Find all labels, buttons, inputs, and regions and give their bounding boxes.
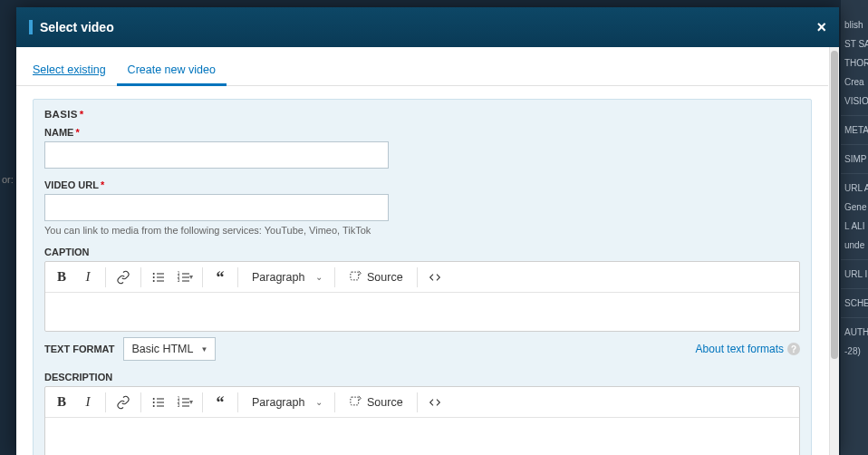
code-icon	[428, 270, 442, 285]
bulleted-list-button[interactable]	[146, 265, 171, 290]
bg-item: blish	[841, 18, 868, 32]
bg-item: SCHE	[841, 296, 868, 310]
bold-button[interactable]: B	[49, 390, 74, 415]
scrollbar-thumb[interactable]	[831, 51, 838, 359]
bg-item: ST SA	[841, 37, 868, 51]
chevron-down-icon: ▾	[189, 398, 193, 406]
bg-item: META	[841, 123, 868, 137]
code-icon	[428, 395, 442, 410]
bulleted-list-button[interactable]	[146, 390, 171, 415]
chevron-down-icon: ▾	[189, 273, 193, 281]
video-url-hint: You can link to media from the following…	[44, 225, 800, 236]
caption-editor: B I	[44, 261, 800, 332]
bulleted-list-icon	[151, 270, 166, 285]
source-button[interactable]: Source	[340, 265, 412, 290]
about-text-formats-link[interactable]: About text formats ?	[696, 343, 800, 355]
heading-dropdown[interactable]: Paragraph ⌄	[243, 390, 330, 415]
text-format-label: TEXT FORMAT	[44, 344, 114, 354]
title-accent-bar	[29, 20, 33, 34]
numbered-list-button[interactable]: 123 ▾	[172, 265, 198, 290]
bg-item: VISIO	[841, 94, 868, 108]
tab-bar: Select existing Create new video	[16, 47, 828, 86]
chevron-down-icon: ⌄	[315, 397, 323, 407]
background-text-left: or:	[0, 172, 15, 187]
svg-point-0	[153, 273, 155, 275]
bulleted-list-icon	[151, 395, 166, 410]
tab-create-new-video[interactable]: Create new video	[117, 58, 227, 86]
source-icon	[349, 269, 362, 286]
svg-point-14	[153, 402, 155, 403]
show-blocks-button[interactable]	[422, 390, 448, 415]
svg-rect-12	[351, 272, 359, 280]
quote-icon: “	[217, 399, 225, 406]
vertical-scrollbar[interactable]	[829, 47, 839, 455]
svg-point-13	[153, 398, 155, 400]
bg-item: L ALI	[841, 219, 868, 233]
bg-item: -28)	[841, 344, 868, 358]
bg-item: unde	[841, 238, 868, 252]
background-sidebar-right: blish ST SA THOR Crea VISIO META SIMP UR…	[841, 0, 868, 455]
heading-dropdown[interactable]: Paragraph ⌄	[243, 265, 330, 290]
modal-body: Select existing Create new video BASIS* …	[16, 47, 828, 455]
modal-title: Select video	[40, 20, 114, 34]
svg-text:3: 3	[178, 278, 180, 283]
close-button[interactable]: ×	[816, 18, 826, 37]
svg-point-1	[153, 276, 155, 278]
select-video-modal: Select video × Select existing Create ne…	[16, 7, 839, 455]
modal-header: Select video ×	[16, 7, 839, 47]
section-basis-label: BASIS*	[44, 109, 800, 120]
caption-toolbar: B I	[45, 262, 799, 293]
svg-point-15	[153, 405, 155, 407]
source-icon	[349, 394, 362, 411]
show-blocks-button[interactable]	[422, 265, 448, 290]
svg-text:3: 3	[178, 403, 180, 408]
text-format-select[interactable]: Basic HTML	[123, 337, 216, 361]
link-button[interactable]	[111, 390, 136, 415]
chevron-down-icon: ⌄	[315, 272, 323, 282]
bold-button[interactable]: B	[49, 265, 74, 290]
tab-select-existing[interactable]: Select existing	[22, 58, 117, 85]
field-caption-label: CAPTION	[44, 247, 800, 257]
form-panel: BASIS* NAME* VIDEO URL* You can link to …	[33, 99, 812, 455]
quote-icon: “	[217, 274, 225, 281]
caption-textarea[interactable]	[45, 293, 799, 331]
link-icon	[116, 270, 130, 285]
link-button[interactable]	[111, 265, 136, 290]
description-textarea[interactable]	[45, 418, 799, 455]
source-button[interactable]: Source	[340, 390, 412, 415]
field-name-label: NAME*	[44, 127, 800, 138]
description-editor: B I	[44, 386, 800, 455]
numbered-list-button[interactable]: 123 ▾	[172, 390, 198, 415]
svg-point-2	[153, 280, 155, 282]
bg-item: THOR	[841, 56, 868, 70]
bg-item: Crea	[841, 75, 868, 89]
video-url-input[interactable]	[44, 194, 389, 221]
bg-item: URL A	[841, 181, 868, 195]
italic-button[interactable]: I	[75, 390, 101, 415]
link-icon	[116, 395, 130, 410]
name-input[interactable]	[44, 141, 389, 169]
blockquote-button[interactable]: “	[207, 390, 233, 415]
bg-item: URL I	[841, 267, 868, 281]
field-description-label: DESCRIPTION	[44, 372, 800, 382]
blockquote-button[interactable]: “	[207, 265, 233, 290]
svg-rect-25	[351, 397, 359, 405]
bg-item: SIMP	[841, 152, 868, 166]
bg-item: Gene	[841, 200, 868, 214]
help-icon: ?	[787, 343, 800, 355]
italic-button[interactable]: I	[75, 265, 101, 290]
field-video-url-label: VIDEO URL*	[44, 179, 800, 190]
bg-item: AUTH	[841, 325, 868, 339]
description-toolbar: B I	[45, 387, 799, 418]
